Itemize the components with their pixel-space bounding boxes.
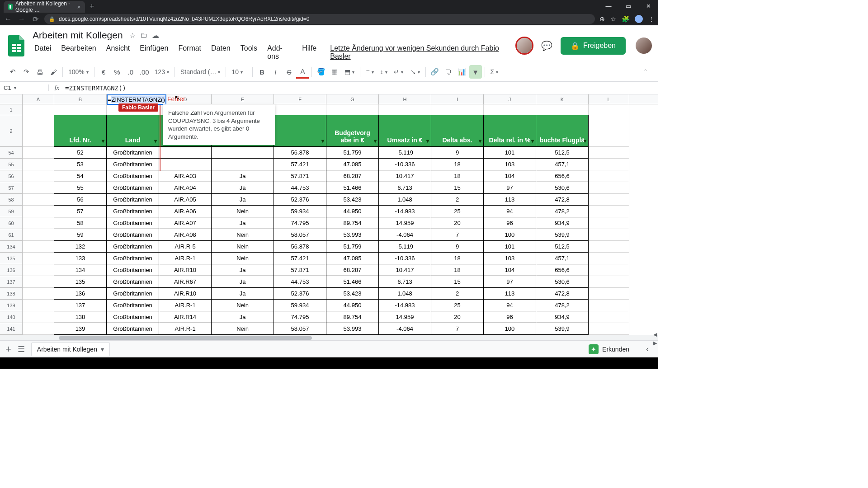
menu-format[interactable]: Format [175, 42, 205, 62]
cell[interactable]: 934,9 [536, 217, 589, 229]
cell[interactable]: 18 [431, 264, 484, 276]
cell[interactable]: 97 [484, 276, 536, 288]
browser-menu-icon[interactable]: ⋮ [648, 15, 655, 23]
fill-color-icon[interactable]: 🪣 [315, 65, 327, 79]
cell[interactable]: 101 [484, 241, 536, 253]
formula-input[interactable]: =ZINSTERMTAGNZ() [65, 84, 658, 92]
menu-einfuegen[interactable]: Einfügen [136, 42, 172, 62]
cell[interactable]: 94 [484, 206, 536, 217]
valign-icon[interactable]: ↕▾ [377, 68, 390, 75]
cell[interactable]: AIR.A03 [159, 170, 212, 182]
cell[interactable]: 539,9 [536, 323, 589, 335]
last-edit-link[interactable]: Letzte Änderung vor wenigen Sekunden dur… [326, 42, 511, 62]
vertical-scroll-arrows[interactable]: ◀▶ [652, 90, 658, 346]
menu-hilfe[interactable]: Hilfe [298, 42, 320, 62]
cell[interactable]: 100 [484, 229, 536, 241]
cell[interactable]: 132 [54, 241, 107, 253]
cell[interactable]: 53.423 [326, 288, 379, 300]
cell[interactable]: 53 [54, 159, 107, 170]
spreadsheet-grid[interactable]: A B C D E F G H I J K L 12Lfd. Nr.▾Land▾… [0, 94, 658, 335]
cell[interactable]: Nein [212, 323, 274, 335]
cell[interactable]: 135 [54, 276, 107, 288]
cell[interactable]: Ja [212, 288, 274, 300]
table-header[interactable]: ▾ [274, 115, 326, 147]
cell[interactable]: -4.064 [379, 323, 431, 335]
cell[interactable]: Nein [212, 206, 274, 217]
cell[interactable]: 1.048 [379, 194, 431, 206]
cell[interactable]: 51.466 [326, 182, 379, 194]
cell[interactable]: 51.759 [326, 147, 379, 159]
currency-icon[interactable]: € [97, 65, 110, 79]
cell[interactable]: -10.336 [379, 159, 431, 170]
cell[interactable]: 18 [431, 170, 484, 182]
cell[interactable] [589, 104, 629, 115]
cell[interactable]: 472,8 [536, 288, 589, 300]
cell[interactable]: 15 [431, 182, 484, 194]
cell[interactable]: Großbritannien [107, 159, 159, 170]
cell[interactable]: 52.376 [274, 288, 326, 300]
cell[interactable]: 56.878 [274, 147, 326, 159]
account-avatar[interactable] [636, 38, 652, 54]
cell[interactable]: 134 [54, 264, 107, 276]
text-color-icon[interactable]: A [296, 65, 309, 79]
cell[interactable]: 58 [54, 217, 107, 229]
cell[interactable]: 10.417 [379, 170, 431, 182]
borders-icon[interactable]: ▦ [328, 65, 341, 79]
cell[interactable]: 103 [484, 253, 536, 264]
zoom-select[interactable]: 100%▾ [66, 68, 91, 75]
cell[interactable]: 44.950 [326, 206, 379, 217]
cell[interactable]: 512,5 [536, 241, 589, 253]
row-header[interactable]: 59 [0, 206, 23, 217]
font-select[interactable]: Standard (…▾ [178, 68, 223, 75]
cell[interactable]: -4.064 [379, 229, 431, 241]
row-header[interactable]: 136 [0, 264, 23, 276]
cell[interactable]: 97 [484, 182, 536, 194]
cell[interactable]: 51.466 [326, 276, 379, 288]
filter-arrow-icon[interactable]: ▾ [154, 138, 157, 145]
menu-tools[interactable]: Tools [237, 42, 261, 62]
cell[interactable]: 59 [54, 229, 107, 241]
cell[interactable]: 44.753 [274, 276, 326, 288]
cell[interactable] [159, 147, 212, 159]
cell[interactable]: 53.423 [326, 194, 379, 206]
strike-icon[interactable]: S [283, 65, 295, 79]
sheet-tab[interactable]: Arbeiten mit Kollegen ▾ [31, 343, 110, 356]
cell[interactable]: 136 [54, 288, 107, 300]
cell[interactable]: 9 [431, 241, 484, 253]
cell[interactable]: Ja [212, 182, 274, 194]
cell[interactable]: Ja [212, 194, 274, 206]
menu-daten[interactable]: Daten [208, 42, 234, 62]
halign-icon[interactable]: ≡▾ [363, 68, 376, 75]
cell[interactable]: 55 [54, 182, 107, 194]
cell[interactable]: 2 [431, 288, 484, 300]
cell[interactable]: Ja [212, 264, 274, 276]
cell[interactable]: Nein [212, 229, 274, 241]
cell[interactable]: Großbritannien [107, 147, 159, 159]
filter-arrow-icon[interactable]: ▾ [102, 138, 104, 145]
cell[interactable]: -10.336 [379, 253, 431, 264]
cell[interactable]: 53.993 [326, 323, 379, 335]
cell[interactable]: 7 [431, 229, 484, 241]
cell[interactable]: 47.085 [326, 159, 379, 170]
filter-arrow-icon[interactable]: ▾ [321, 138, 324, 145]
print-icon[interactable]: 🖶 [33, 65, 46, 79]
col-header[interactable]: J [484, 94, 536, 104]
row-header[interactable]: 58 [0, 194, 23, 206]
rotate-icon[interactable]: ⭨▾ [407, 68, 423, 75]
cell[interactable]: AIR.R10 [159, 288, 212, 300]
menu-ansicht[interactable]: Ansicht [103, 42, 133, 62]
cell[interactable] [274, 104, 326, 115]
cell[interactable]: 52.376 [274, 194, 326, 206]
cell[interactable]: Großbritannien [107, 229, 159, 241]
cell[interactable] [23, 104, 54, 115]
cell[interactable]: Großbritannien [107, 170, 159, 182]
cell[interactable]: 139 [54, 323, 107, 335]
cell[interactable]: 25 [431, 300, 484, 311]
col-header[interactable]: H [379, 94, 431, 104]
number-format-select[interactable]: 123▾ [152, 68, 172, 75]
cell[interactable]: Großbritannien [107, 182, 159, 194]
cell[interactable]: AIR.R-5 [159, 241, 212, 253]
cell[interactable]: Großbritannien [107, 194, 159, 206]
cell[interactable]: AIR.R-1 [159, 253, 212, 264]
cell[interactable]: 656,6 [536, 264, 589, 276]
